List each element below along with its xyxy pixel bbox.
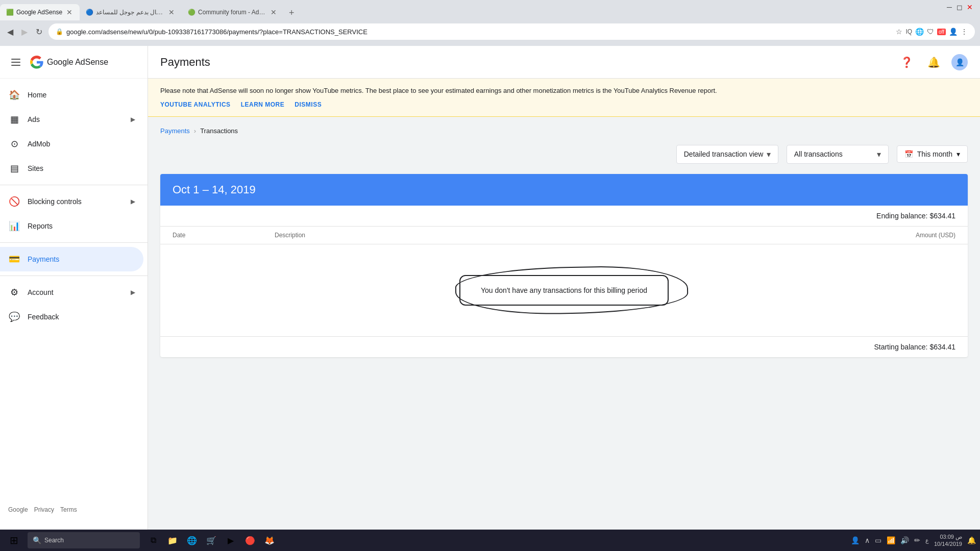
nav-divider-1 xyxy=(0,185,148,185)
logo-text: Google AdSense xyxy=(47,58,108,67)
tab-close-2[interactable]: ✕ xyxy=(167,8,176,16)
sidebar-label-blocking: Blocking controls xyxy=(28,197,82,206)
sidebar-item-blocking-controls[interactable]: 🚫 Blocking controls ▶ xyxy=(0,189,143,214)
nav-divider-2 xyxy=(0,242,148,243)
user-avatar[interactable]: 👤 xyxy=(951,54,968,70)
extension-icon-2[interactable]: 🌐 xyxy=(915,28,924,36)
sidebar-label-home: Home xyxy=(28,91,46,99)
extension-icon-1[interactable]: IQ xyxy=(905,28,912,35)
dismiss-link[interactable]: DISMISS xyxy=(295,100,322,109)
top-bar-actions: ❓ 🔔 👤 xyxy=(897,53,968,71)
notification-text: Please note that AdSense will soon no lo… xyxy=(160,87,717,94)
view-filter-dropdown[interactable]: Detailed transaction view ▾ xyxy=(676,145,778,164)
hamburger-menu[interactable] xyxy=(8,56,23,69)
breadcrumb: Payments › Transactions xyxy=(160,127,968,135)
ads-icon: ▦ xyxy=(8,114,20,125)
ending-balance-value: $634.41 xyxy=(929,212,955,220)
back-button[interactable]: ◀ xyxy=(5,25,15,39)
tab-support[interactable]: 🔵 كيفية الاتصال بدعم جوجل للمساعد ✕ xyxy=(80,4,182,20)
lock-icon: 🔒 xyxy=(56,28,63,35)
footer-terms[interactable]: Terms xyxy=(60,506,77,513)
period-filter-label: This month xyxy=(917,150,952,158)
period-filter-arrow: ▾ xyxy=(957,150,960,158)
bookmark-icon[interactable]: ☆ xyxy=(896,28,902,36)
col-header-description: Description xyxy=(275,232,894,239)
sidebar-label-reports: Reports xyxy=(28,222,53,230)
feedback-icon: 💬 xyxy=(8,311,20,322)
main-content: Please note that AdSense will soon no lo… xyxy=(148,79,980,530)
new-tab-button[interactable]: + xyxy=(284,6,300,20)
sidebar-label-admob: AdMob xyxy=(28,140,50,148)
blocking-expand-icon: ▶ xyxy=(131,198,135,205)
tab-adsense[interactable]: 🟩 Google AdSense ✕ xyxy=(0,4,80,20)
sidebar-item-feedback[interactable]: 💬 Feedback xyxy=(0,305,143,329)
ham-line-1 xyxy=(11,59,20,60)
window-maximize[interactable]: ◻ xyxy=(955,3,964,11)
sidebar: Google AdSense 🏠 Home ▦ Ads ▶ ⊙ AdMob ▤ … xyxy=(0,46,148,530)
type-filter-label: All transactions xyxy=(794,150,843,158)
extension-icon-3[interactable]: 🛡 xyxy=(927,28,934,36)
sidebar-footer: Google Privacy Terms xyxy=(0,500,148,519)
sidebar-item-payments[interactable]: 💳 Payments xyxy=(0,247,143,271)
learn-more-link[interactable]: LEARN MORE xyxy=(241,100,285,109)
avatar-image: 👤 xyxy=(955,58,964,66)
starting-balance-value: $634.41 xyxy=(929,343,955,351)
sidebar-navigation: 🏠 Home ▦ Ads ▶ ⊙ AdMob ▤ Sites 🚫 Blockin… xyxy=(0,79,148,500)
column-headers: Date Description Amount (USD) xyxy=(160,227,968,244)
sites-icon: ▤ xyxy=(8,163,20,174)
empty-state: You don't have any transactions for this… xyxy=(160,244,968,336)
ending-balance-label: Ending balance: xyxy=(876,212,927,220)
notification-links: YOUTUBE ANALYTICS LEARN MORE DISMISS xyxy=(160,100,968,109)
notifications-button[interactable]: 🔔 xyxy=(924,53,943,71)
sidebar-item-admob[interactable]: ⊙ AdMob xyxy=(0,132,143,156)
page-title: Payments xyxy=(160,56,897,69)
type-filter-arrow: ▾ xyxy=(877,149,881,159)
view-filter-arrow: ▾ xyxy=(767,149,771,159)
extension-icon-4[interactable]: off xyxy=(937,29,946,35)
reload-button[interactable]: ↻ xyxy=(34,25,44,39)
period-filter-dropdown[interactable]: 📅 This month ▾ xyxy=(897,145,968,163)
ham-line-3 xyxy=(11,65,20,66)
sidebar-label-payments: Payments xyxy=(28,255,59,263)
breadcrumb-separator: › xyxy=(194,127,196,135)
profile-icon[interactable]: 👤 xyxy=(949,28,958,36)
date-range-header: Oct 1 – 14, 2019 xyxy=(160,174,968,206)
address-bar[interactable]: 🔒 google.com/adsense/new/u/0/pub-1093387… xyxy=(48,23,975,40)
breadcrumb-payments[interactable]: Payments xyxy=(160,127,190,135)
tab-forum[interactable]: 🟢 Community forum - AdSense He ✕ xyxy=(182,4,284,20)
col-header-amount: Amount (USD) xyxy=(894,232,955,239)
ads-expand-icon: ▶ xyxy=(131,116,135,123)
notification-banner: Please note that AdSense will soon no lo… xyxy=(148,79,980,117)
sidebar-item-reports[interactable]: 📊 Reports xyxy=(0,214,143,238)
menu-icon[interactable]: ⋮ xyxy=(961,28,968,36)
sidebar-label-account: Account xyxy=(28,288,54,296)
calendar-icon: 📅 xyxy=(904,150,913,158)
window-minimize[interactable]: ─ xyxy=(945,3,953,11)
nav-divider-3 xyxy=(0,276,148,276)
sidebar-item-account[interactable]: ⚙ Account ▶ xyxy=(0,280,143,305)
sidebar-label-sites: Sites xyxy=(28,164,43,172)
footer-google[interactable]: Google xyxy=(8,506,28,513)
col-header-date: Date xyxy=(173,232,275,239)
reports-icon: 📊 xyxy=(8,220,20,232)
forward-button[interactable]: ▶ xyxy=(19,25,30,39)
content-area: Payments › Transactions Detailed transac… xyxy=(148,117,980,530)
payments-icon: 💳 xyxy=(8,254,20,265)
filter-row: Detailed transaction view ▾ All transact… xyxy=(160,145,968,164)
tab-label-3: Community forum - AdSense He xyxy=(198,9,266,16)
date-range-text: Oct 1 – 14, 2019 xyxy=(173,183,256,196)
breadcrumb-transactions: Transactions xyxy=(200,127,238,135)
youtube-analytics-link[interactable]: YOUTUBE ANALYTICS xyxy=(160,100,231,109)
account-icon: ⚙ xyxy=(8,287,20,298)
adsense-logo: Google AdSense xyxy=(30,55,108,69)
sidebar-item-sites[interactable]: ▤ Sites xyxy=(0,156,143,181)
help-button[interactable]: ❓ xyxy=(897,53,916,71)
sidebar-item-ads[interactable]: ▦ Ads ▶ xyxy=(0,107,143,132)
sidebar-item-home[interactable]: 🏠 Home xyxy=(0,83,143,107)
footer-privacy[interactable]: Privacy xyxy=(34,506,54,513)
type-filter-dropdown[interactable]: All transactions ▾ xyxy=(787,145,889,164)
tab-close-1[interactable]: ✕ xyxy=(65,8,74,16)
tab-close-3[interactable]: ✕ xyxy=(270,8,278,16)
window-close[interactable]: ✕ xyxy=(966,3,974,11)
tab-favicon-2: 🔵 xyxy=(86,9,93,16)
